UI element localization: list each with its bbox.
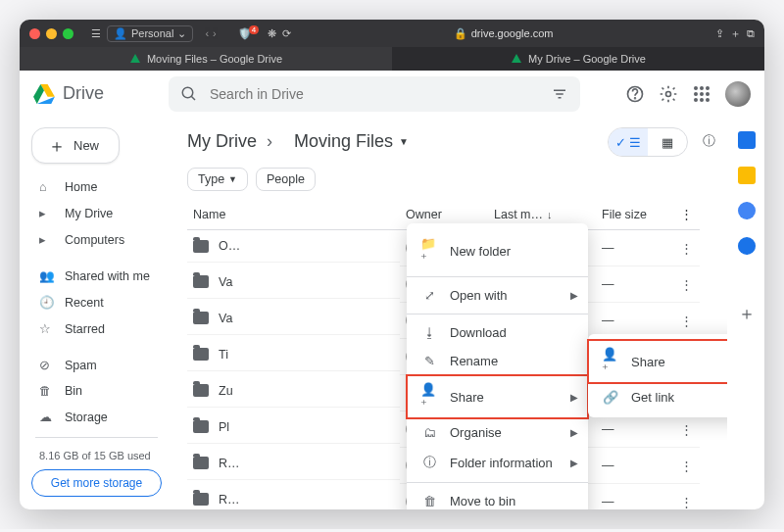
sidebar-item-bin[interactable]: 🗑Bin xyxy=(31,379,162,403)
submenu-share[interactable]: 👤⁺Share xyxy=(588,340,727,383)
search-filters-icon[interactable] xyxy=(551,85,568,103)
row-more-button[interactable]: ⋮ xyxy=(674,448,700,484)
folder-icon xyxy=(193,312,209,324)
row-more-button[interactable]: ⋮ xyxy=(674,230,700,266)
row-more-button[interactable]: ⋮ xyxy=(674,484,700,510)
chevron-right-icon: ▸ xyxy=(39,232,55,247)
sidebar-item-computers[interactable]: ▸Computers xyxy=(31,227,162,252)
file-name: Pl xyxy=(219,420,229,434)
menu-folder-info[interactable]: ⓘFolder information▶ xyxy=(407,447,588,478)
cell-size: — xyxy=(596,303,674,339)
account-avatar[interactable] xyxy=(725,81,751,107)
browser-tab[interactable]: My Drive – Google Drive xyxy=(392,47,764,71)
extensions-icon[interactable]: ❋ xyxy=(268,27,276,40)
sidebar-item-spam[interactable]: ⊘Spam xyxy=(31,353,162,377)
recent-icon: 🕘 xyxy=(39,295,55,310)
details-pane-icon[interactable]: ⓘ xyxy=(703,132,715,150)
share-submenu: 👤⁺Share 🔗Get link xyxy=(588,334,727,417)
cell-size: — xyxy=(596,266,674,303)
menu-rename[interactable]: ✎Rename xyxy=(407,347,588,375)
nav-forward-icon[interactable]: › xyxy=(213,27,217,39)
caret-down-icon: ▼ xyxy=(399,136,409,147)
svg-marker-0 xyxy=(130,54,140,63)
folder-icon xyxy=(193,240,209,253)
new-folder-icon: 📁⁺ xyxy=(420,236,438,266)
menu-download[interactable]: ⭳Download xyxy=(407,318,588,347)
cell-size: — xyxy=(596,448,674,484)
submenu-get-link[interactable]: 🔗Get link xyxy=(588,383,727,411)
keep-icon[interactable] xyxy=(738,167,756,184)
breadcrumb-current[interactable]: Moving Files ▼ xyxy=(282,127,422,156)
drive-logo[interactable]: Drive xyxy=(33,83,151,104)
col-name[interactable]: Name xyxy=(187,199,400,230)
col-size[interactable]: File size xyxy=(596,199,674,230)
apps-icon[interactable] xyxy=(692,84,711,104)
svg-point-18 xyxy=(706,92,710,96)
sidebar-item-starred[interactable]: ☆Starred xyxy=(31,316,162,341)
sidebar-item-storage[interactable]: ☁Storage xyxy=(31,405,162,429)
list-view-button[interactable]: ✓ ☰ xyxy=(609,128,648,156)
bin-icon: 🗑 xyxy=(39,384,55,398)
drive-favicon-icon xyxy=(129,53,141,65)
tabs-overview-icon[interactable]: ⧉ xyxy=(747,27,755,40)
svg-point-13 xyxy=(694,86,698,90)
menu-move-to-bin[interactable]: 🗑Move to bin xyxy=(407,487,588,509)
calendar-icon[interactable] xyxy=(738,131,756,149)
view-toggle[interactable]: ✓ ☰ ▦ xyxy=(608,127,688,157)
settings-icon[interactable] xyxy=(659,84,678,104)
filter-chip-type[interactable]: Type▼ xyxy=(187,168,248,191)
sidebar-toggle-icon[interactable]: ☰ xyxy=(91,27,101,40)
search-input[interactable] xyxy=(208,85,541,103)
grid-view-button[interactable]: ▦ xyxy=(648,128,687,156)
new-button[interactable]: ＋ New xyxy=(31,127,120,164)
folder-icon xyxy=(193,420,209,433)
file-name: R… xyxy=(219,457,240,470)
svg-point-11 xyxy=(635,97,636,98)
svg-marker-1 xyxy=(512,54,521,63)
sidebar-item-shared[interactable]: 👥Shared with me xyxy=(31,264,162,288)
col-more[interactable]: ⋮ xyxy=(674,199,700,230)
macos-titlebar: ☰ 👤Personal⌄ ‹ › 🛡️4 ❋ ⟳ 🔒drive.google.c… xyxy=(20,20,764,47)
rename-icon: ✎ xyxy=(420,354,438,368)
folder-icon xyxy=(193,493,209,506)
filter-chip-people[interactable]: People xyxy=(256,168,316,191)
search-bar[interactable] xyxy=(169,76,580,112)
address-bar[interactable]: 🔒drive.google.com xyxy=(297,27,710,40)
menu-share[interactable]: 👤⁺Share▶ xyxy=(407,375,588,418)
menu-open-with[interactable]: ⤢Open with▶ xyxy=(407,281,588,310)
row-more-button[interactable]: ⋮ xyxy=(674,266,700,303)
link-icon: 🔗 xyxy=(602,390,619,405)
get-more-storage-button[interactable]: Get more storage xyxy=(31,469,162,497)
drive-logo-icon xyxy=(33,84,55,104)
svg-point-20 xyxy=(700,98,704,102)
refresh-icon[interactable]: ⟳ xyxy=(282,27,291,40)
tasks-icon[interactable] xyxy=(738,202,756,219)
add-panel-icon[interactable]: ＋ xyxy=(738,302,756,325)
row-more-button[interactable]: ⋮ xyxy=(674,303,700,339)
window-close-button[interactable] xyxy=(29,28,40,39)
drive-favicon-icon xyxy=(511,53,522,65)
new-tab-icon[interactable]: ＋ xyxy=(730,26,741,41)
share-icon[interactable]: ⇪ xyxy=(715,27,724,40)
sidebar-item-recent[interactable]: 🕘Recent xyxy=(31,290,162,314)
file-name: Ti xyxy=(219,348,228,362)
file-name: Zu xyxy=(219,384,233,398)
svg-point-21 xyxy=(706,98,710,102)
sidebar-item-home[interactable]: ⌂Home xyxy=(31,175,162,199)
menu-new-folder[interactable]: 📁⁺New folder xyxy=(407,229,588,272)
contacts-icon[interactable] xyxy=(738,237,756,255)
breadcrumb-root[interactable]: My Drive xyxy=(187,131,257,152)
window-minimize-button[interactable] xyxy=(46,28,57,39)
browser-tab[interactable]: Moving Files – Google Drive xyxy=(20,47,392,71)
profile-pill[interactable]: 👤Personal⌄ xyxy=(107,25,193,42)
cloud-icon: ☁ xyxy=(39,410,55,424)
file-name: O… xyxy=(219,239,240,253)
browser-tabs: Moving Files – Google Drive My Drive – G… xyxy=(20,47,764,71)
help-icon[interactable] xyxy=(625,84,645,104)
sidebar-item-mydrive[interactable]: ▸My Drive xyxy=(31,201,162,225)
menu-organise[interactable]: 🗂Organise▶ xyxy=(407,418,588,447)
shield-icon[interactable]: 🛡️4 xyxy=(238,27,262,40)
download-icon: ⭳ xyxy=(420,325,438,340)
nav-back-icon[interactable]: ‹ xyxy=(205,27,209,39)
window-zoom-button[interactable] xyxy=(63,28,74,39)
